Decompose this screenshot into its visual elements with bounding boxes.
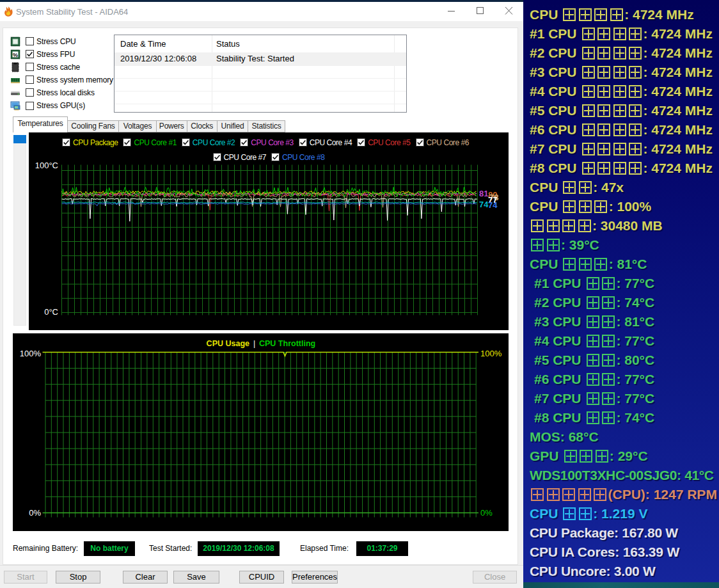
svg-text:100%: 100%	[20, 349, 42, 358]
svg-text:0%: 0%	[29, 508, 41, 518]
svg-text:CPU Usage: CPU Usage	[207, 339, 249, 348]
svg-text:0°C: 0°C	[44, 307, 58, 317]
svg-text:74: 74	[479, 200, 489, 209]
svg-text:CPU Throttling: CPU Throttling	[259, 339, 315, 348]
svg-text:100%: 100%	[480, 349, 502, 358]
svg-text:0%: 0%	[480, 508, 493, 518]
svg-text:%: %	[13, 51, 18, 58]
svg-text:100°C: 100°C	[35, 161, 58, 170]
svg-text:81: 81	[479, 189, 488, 198]
svg-text:74: 74	[488, 200, 498, 210]
svg-text:|: |	[253, 339, 255, 348]
